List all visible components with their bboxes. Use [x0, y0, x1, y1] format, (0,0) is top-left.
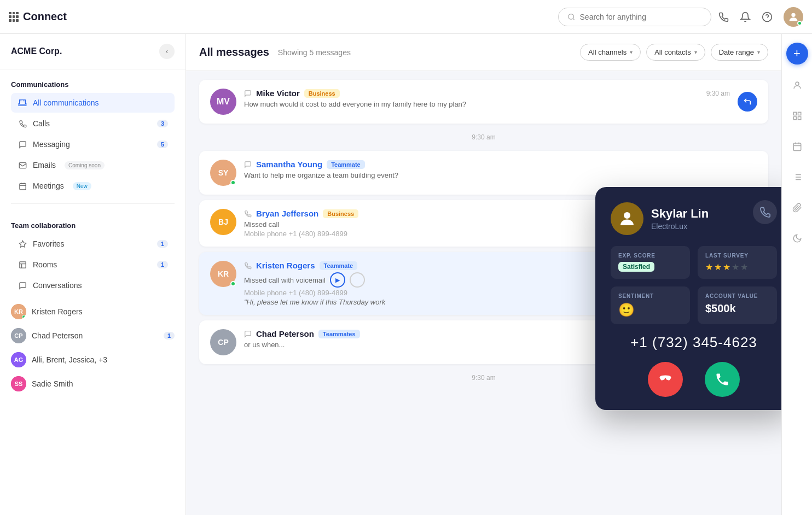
- conv-avatar: SS: [11, 376, 26, 391]
- phone-icon: [18, 119, 27, 128]
- content-header: All messages Showing 5 messages All chan…: [186, 34, 781, 71]
- calls-badge: 3: [157, 120, 168, 127]
- msg-name: Mike Victor: [256, 89, 300, 98]
- conv-alli-group[interactable]: AG Alli, Brent, Jessica, +3: [0, 348, 185, 372]
- sidebar-item-label: Emails: [33, 161, 56, 169]
- chat-icon: [18, 139, 27, 149]
- sidebar-item-meetings[interactable]: Meetings New: [11, 176, 175, 196]
- last-survey-label: LAST SURVEY: [705, 253, 769, 259]
- conv-kristen-rogers[interactable]: KR Kristen Rogers: [0, 300, 185, 324]
- msg-avatar: SY: [210, 160, 236, 186]
- rail-grid-icon[interactable]: [787, 106, 807, 126]
- exp-score-value: Satisfied: [618, 262, 682, 272]
- conv-name: Alli, Brent, Jessica, +3: [32, 355, 107, 364]
- play-button[interactable]: ▶: [330, 272, 345, 288]
- sidebar-item-label: Messaging: [33, 140, 70, 149]
- msg-header: Samantha Young Teammate: [244, 160, 757, 169]
- sidebar-item-messaging[interactable]: Messaging 5: [11, 134, 175, 154]
- sidebar-item-conversations[interactable]: Conversations: [11, 276, 175, 295]
- call-card-header: Skylar Lin ElectroLux: [611, 202, 777, 235]
- phone-nav-button[interactable]: [718, 11, 729, 22]
- sidebar-item-calls[interactable]: Calls 3: [11, 114, 175, 133]
- filter-date-range[interactable]: Date range ▾: [711, 44, 768, 61]
- sidebar-item-emails[interactable]: Emails Coming soon: [11, 155, 175, 175]
- msg-avatar: KR: [210, 261, 236, 287]
- call-company: ElectroLux: [651, 222, 709, 231]
- sidebar-item-rooms[interactable]: Rooms 1: [11, 255, 175, 274]
- conv-avatar: KR: [11, 304, 26, 319]
- sidebar-item-all-communications[interactable]: All communications: [11, 93, 175, 113]
- star-5: ★: [740, 262, 748, 272]
- rail-list-icon[interactable]: [787, 167, 807, 187]
- reply-button[interactable]: [738, 92, 757, 112]
- filter-all-channels[interactable]: All channels ▾: [580, 44, 641, 61]
- sidebar-item-label: All communications: [33, 98, 99, 107]
- notifications-button[interactable]: [740, 11, 751, 22]
- svg-rect-9: [19, 261, 25, 267]
- rail-moon-icon[interactable]: [787, 229, 807, 248]
- msg-avatar: BJ: [210, 209, 236, 235]
- rooms-badge: 1: [157, 261, 168, 268]
- star-3: ★: [723, 262, 730, 272]
- sidebar-divider-1: [11, 203, 175, 204]
- building-icon: [18, 260, 27, 270]
- call-avatar: [611, 202, 643, 235]
- svg-point-11: [796, 82, 799, 85]
- sidebar-item-label: Calls: [33, 119, 50, 128]
- svg-point-10: [624, 212, 630, 219]
- sidebar-item-label: Conversations: [33, 281, 82, 290]
- email-icon: [18, 160, 27, 170]
- meetings-new-badge: New: [73, 182, 91, 190]
- svg-rect-14: [793, 117, 796, 120]
- rail-calendar-icon[interactable]: [787, 137, 807, 156]
- msg-text: Missed call: [244, 220, 616, 229]
- app-name: Connect: [23, 10, 67, 23]
- msg-name: Chad Peterson: [256, 329, 314, 338]
- msg-name: Samantha Young: [256, 160, 322, 169]
- star-rating: ★ ★ ★ ★ ★: [705, 262, 769, 272]
- msg-tag-business: Business: [323, 209, 358, 218]
- inbox-icon: [18, 98, 27, 108]
- conv-chad-peterson[interactable]: CP Chad Peterson 1: [0, 324, 185, 348]
- svg-marker-8: [19, 241, 26, 247]
- accept-call-button[interactable]: [705, 362, 740, 397]
- chat-icon: [244, 90, 252, 97]
- call-phone-number: +1 (732) 345-4623: [611, 334, 777, 351]
- filter-all-contacts[interactable]: All contacts ▾: [646, 44, 705, 61]
- call-card-overlay: Skylar Lin ElectroLux EXP. SCORE Satisfi…: [595, 187, 781, 410]
- conv-name: Sadie Smith: [32, 379, 73, 388]
- chevron-down-icon: ▾: [757, 49, 760, 55]
- add-button[interactable]: +: [786, 43, 808, 65]
- favorites-badge: 1: [157, 240, 168, 248]
- chat-icon: [244, 161, 252, 168]
- conv-sadie-smith[interactable]: SS Sadie Smith: [0, 372, 185, 396]
- page-title: All messages: [199, 46, 269, 58]
- sidebar-item-favorites[interactable]: Favorites 1: [11, 234, 175, 254]
- topnav: Connect: [0, 0, 812, 34]
- avatar-initials: SY: [218, 168, 229, 177]
- help-button[interactable]: [762, 11, 773, 22]
- account-value-box: ACCOUNT VALUE $500k: [698, 286, 777, 324]
- sentiment-box: SENTIMENT 🙂: [611, 286, 690, 324]
- avatar-initials: BJ: [218, 218, 228, 226]
- nav-icons: [718, 7, 803, 27]
- call-name: Skylar Lin: [651, 207, 709, 221]
- user-avatar[interactable]: [784, 7, 803, 27]
- exp-score-box: EXP. SCORE Satisfied: [611, 246, 690, 279]
- message-card-mike-victor[interactable]: MV Mike Victor Business 9:30 am How much…: [199, 80, 768, 124]
- call-info: Skylar Lin ElectroLux: [651, 207, 709, 231]
- rail-person-icon[interactable]: [787, 75, 807, 95]
- rail-paperclip-icon[interactable]: [787, 198, 807, 218]
- decline-call-button[interactable]: [648, 362, 683, 397]
- search-input[interactable]: [580, 13, 702, 21]
- communications-label: Communications: [11, 80, 175, 89]
- search-bar[interactable]: [558, 8, 711, 26]
- collapse-sidebar-button[interactable]: ‹: [159, 44, 175, 59]
- svg-rect-15: [798, 117, 801, 120]
- last-survey-box: LAST SURVEY ★ ★ ★ ★ ★: [698, 246, 777, 279]
- sentiment-label: SENTIMENT: [618, 293, 682, 299]
- svg-rect-4: [19, 183, 25, 189]
- app-logo: Connect: [9, 10, 67, 23]
- avatar-initials: CP: [218, 338, 228, 347]
- svg-rect-12: [793, 112, 796, 115]
